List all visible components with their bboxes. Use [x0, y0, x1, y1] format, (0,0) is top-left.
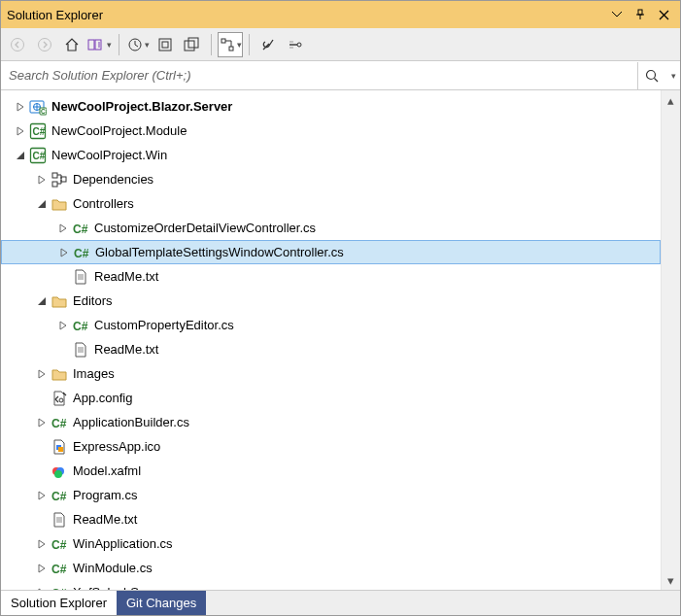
svg-rect-12 — [185, 41, 194, 51]
tree-item[interactable]: C#Program.cs — [1, 483, 661, 507]
txt-icon — [71, 267, 90, 287]
home-button[interactable] — [59, 32, 85, 57]
svg-rect-39 — [58, 447, 63, 452]
search-input[interactable] — [1, 64, 637, 86]
tree-item-label: Model.xafml — [73, 463, 141, 478]
bottom-tabs: Solution Explorer Git Changes — [1, 590, 680, 615]
solution-tree[interactable]: C#NewCoolProject.Blazor.ServerC#NewCoolP… — [1, 90, 661, 590]
scroll-up-icon[interactable]: ▴ — [662, 90, 680, 110]
svg-rect-11 — [162, 42, 168, 48]
cs-icon: C# — [71, 316, 90, 335]
collapse-icon[interactable] — [13, 148, 28, 163]
tree-item[interactable]: C#NewCoolProject.Module — [1, 119, 661, 143]
collapse-icon[interactable] — [34, 196, 50, 212]
tree-item[interactable]: C#NewCoolProject.Blazor.Server — [1, 94, 661, 119]
svg-text:C#: C# — [74, 247, 89, 260]
tree-item[interactable]: C#ApplicationBuilder.cs — [1, 410, 661, 434]
properties-button[interactable] — [255, 32, 281, 57]
search-options-button[interactable]: ▾ — [664, 62, 680, 89]
globe-cs-icon: C# — [28, 97, 48, 117]
pending-changes-button[interactable]: ▾ — [125, 32, 151, 57]
svg-rect-0 — [638, 10, 642, 15]
tree-item[interactable]: Controllers — [1, 191, 661, 216]
svg-text:C#: C# — [33, 151, 46, 161]
svg-text:C#: C# — [41, 108, 47, 115]
separator — [211, 34, 212, 55]
expand-icon[interactable] — [55, 318, 71, 333]
cs-icon: C# — [50, 486, 69, 505]
expand-icon[interactable] — [13, 99, 28, 115]
expand-icon[interactable] — [34, 366, 50, 382]
search-row: ▾ — [1, 61, 680, 90]
expand-spacer — [34, 439, 50, 455]
tree-item[interactable]: ReadMe.txt — [1, 264, 661, 289]
expand-icon[interactable] — [34, 172, 50, 188]
close-icon[interactable] — [653, 4, 674, 25]
window-title: Solution Explorer — [7, 8, 604, 22]
tree-item[interactable]: C#CustomPropertyEditor.cs — [1, 313, 661, 337]
scroll-down-icon[interactable]: ▾ — [662, 570, 680, 590]
expand-icon[interactable] — [56, 245, 72, 260]
tree-item[interactable]: C#CustomizeOrderDetailViewController.cs — [1, 216, 661, 240]
switch-views-button[interactable]: ▾ — [86, 32, 113, 57]
titlebar: Solution Explorer — [1, 1, 680, 28]
forward-button — [32, 32, 57, 57]
tree-item[interactable]: C#XafSplashScreen.cs — [1, 580, 661, 590]
tree-item-label: ExpressApp.ico — [73, 439, 160, 454]
tab-solution-explorer[interactable]: Solution Explorer — [1, 591, 117, 615]
tree-item-label: App.config — [73, 391, 132, 405]
expand-icon[interactable] — [34, 415, 50, 430]
collapse-icon[interactable] — [34, 293, 50, 309]
expand-spacer — [55, 342, 71, 358]
dropdown-icon[interactable] — [606, 4, 628, 25]
tree-item[interactable]: App.config — [1, 386, 661, 410]
tree-item[interactable]: ReadMe.txt — [1, 337, 661, 361]
tab-git-changes[interactable]: Git Changes — [117, 591, 206, 615]
expand-icon[interactable] — [55, 221, 71, 236]
expand-icon[interactable] — [13, 123, 28, 139]
svg-rect-13 — [188, 38, 198, 48]
folder-icon — [50, 364, 69, 384]
nested-files-button[interactable]: ▾ — [218, 32, 243, 57]
expand-icon[interactable] — [34, 585, 50, 591]
svg-point-6 — [39, 38, 51, 51]
svg-point-20 — [646, 70, 655, 79]
pin-icon[interactable] — [630, 4, 651, 25]
scrollbar[interactable]: ▴ ▾ — [661, 90, 680, 590]
chevron-down-icon: ▾ — [145, 40, 150, 50]
show-all-button[interactable] — [180, 32, 205, 57]
folder-icon — [50, 291, 69, 311]
svg-rect-15 — [229, 47, 233, 51]
tree-item[interactable]: Images — [1, 361, 661, 386]
svg-line-21 — [654, 78, 658, 82]
expand-icon[interactable] — [34, 561, 50, 576]
svg-rect-10 — [159, 39, 171, 51]
tree-item[interactable]: C#WinApplication.cs — [1, 531, 661, 556]
txt-icon — [50, 510, 69, 530]
expand-spacer — [55, 269, 71, 285]
tree-item[interactable]: C#NewCoolProject.Win — [1, 143, 661, 167]
expand-icon[interactable] — [34, 488, 50, 503]
cs-icon: C# — [50, 583, 69, 591]
tree-item[interactable]: ReadMe.txt — [1, 507, 661, 531]
tree-item-label: NewCoolProject.Blazor.Server — [51, 99, 232, 114]
preview-button[interactable] — [283, 32, 308, 57]
tree-item[interactable]: Model.xafml — [1, 459, 661, 483]
separator — [119, 34, 119, 55]
tree-item[interactable]: ExpressApp.ico — [1, 434, 661, 459]
sync-button[interactable] — [153, 32, 178, 57]
svg-point-17 — [297, 43, 301, 47]
tree-item-label: CustomPropertyEditor.cs — [94, 318, 234, 332]
expand-spacer — [34, 463, 50, 479]
tree-item[interactable]: Dependencies — [1, 167, 661, 191]
tree-item[interactable]: C#WinModule.cs — [1, 556, 661, 580]
tree-item[interactable]: C#GlobalTemplateSettingsWindowController… — [1, 240, 661, 264]
tree-item-label: GlobalTemplateSettingsWindowController.c… — [95, 245, 344, 259]
search-button[interactable] — [637, 62, 664, 89]
toolbar: ▾ ▾ ▾ — [1, 28, 680, 61]
tree-item-label: CustomizeOrderDetailViewController.cs — [94, 221, 316, 235]
svg-rect-7 — [88, 40, 94, 50]
expand-icon[interactable] — [34, 536, 50, 552]
tree-item[interactable]: Editors — [1, 289, 661, 313]
csproj-icon: C# — [28, 146, 48, 165]
